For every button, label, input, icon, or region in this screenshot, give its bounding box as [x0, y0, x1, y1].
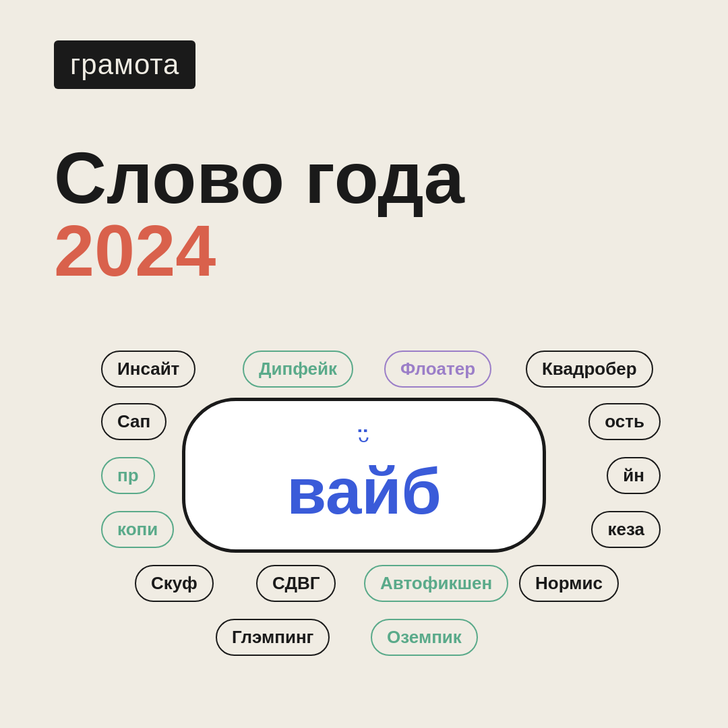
vibe-smile: ᵕ̈	[358, 427, 370, 456]
title-year: 2024	[54, 214, 464, 287]
tag-insajt: Инсайт	[101, 351, 195, 388]
tag-sap: Сап	[101, 403, 166, 440]
logo-box: грамота	[54, 40, 195, 89]
logo-container: грамота	[54, 40, 195, 89]
tag-ost: ость	[588, 403, 661, 440]
tag-sdvg: СДВГ	[256, 565, 336, 602]
title-container: Слово года 2024	[54, 142, 464, 287]
vibe-word: вайб	[286, 459, 441, 524]
words-area: Инсайт Дипфейк Флоатер Квадробер Сап ост…	[61, 351, 667, 647]
tag-skuf: Скуф	[135, 565, 214, 602]
tag-pro: пр	[101, 457, 155, 494]
tag-keza: кеза	[591, 511, 661, 548]
featured-word-card: ᵕ̈ вайб	[182, 398, 546, 553]
tag-floater: Флоатер	[384, 351, 491, 388]
tag-dipfejk: Дипфейк	[243, 351, 353, 388]
logo-text: грамота	[70, 49, 179, 80]
tag-autofixen: Автофикшен	[364, 565, 508, 602]
tag-kopi: копи	[101, 511, 174, 548]
tag-vajn: йн	[607, 457, 661, 494]
tag-ozempik: Оземпик	[371, 619, 478, 656]
tag-normis: Нормис	[519, 565, 619, 602]
tag-glemping: Глэмпинг	[216, 619, 330, 656]
title-line1: Слово года	[54, 142, 464, 214]
tag-kvadrober: Квадробер	[526, 351, 653, 388]
